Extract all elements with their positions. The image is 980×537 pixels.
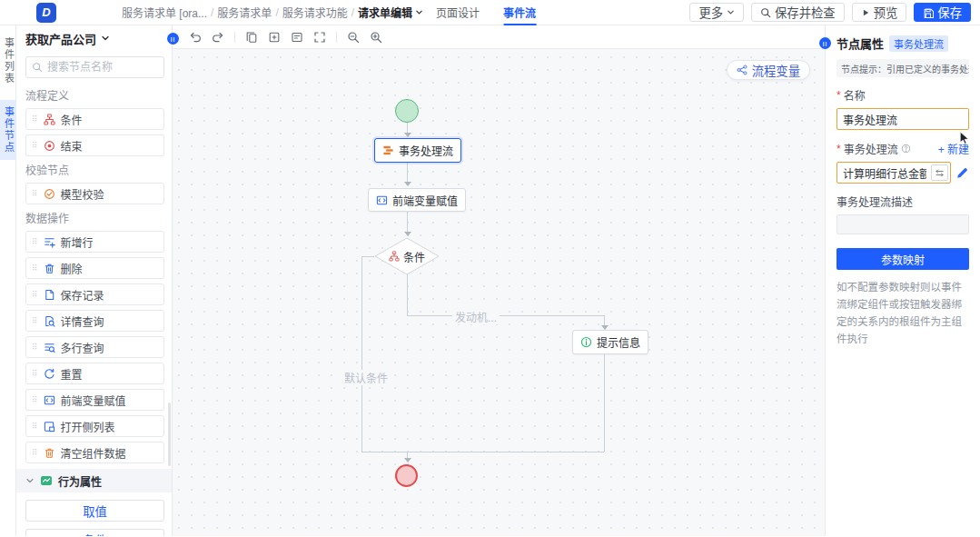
breadcrumb-current[interactable]: 请求单编辑 (358, 5, 423, 20)
undo-icon[interactable] (189, 31, 202, 44)
search-icon (760, 7, 771, 18)
edge-arrow (404, 133, 411, 137)
swap-icon (935, 168, 945, 178)
side-list-icon (44, 421, 55, 433)
palette-item-reset[interactable]: ⠿ 重置 (25, 363, 164, 384)
behavior-button-condition[interactable]: 条件 (25, 529, 164, 536)
node-name-input[interactable] (836, 108, 969, 130)
detail-search-icon (44, 315, 55, 327)
play-icon (861, 8, 870, 17)
new-transaction-flow-link[interactable]: + 新建 (938, 141, 969, 156)
top-bar: D 服务请求单 [ora.../ 服务请求单/ 服务请求功能/ 请求单编辑 页面… (0, 0, 980, 25)
flow-description-label: 事务处理流描述 (836, 194, 969, 209)
zoom-out-icon[interactable] (347, 31, 360, 44)
save-button[interactable]: 保存 (914, 3, 971, 22)
behavior-icon (40, 474, 53, 487)
drag-handle-icon: ⠿ (32, 115, 38, 124)
more-button[interactable]: 更多 (689, 3, 744, 22)
node-type-badge: 事务处理流 (889, 35, 948, 52)
drag-handle-icon: ⠿ (32, 291, 38, 299)
save-and-check-button[interactable]: 保存并检查 (751, 3, 845, 22)
preview-button[interactable]: 预览 (852, 3, 907, 22)
tab-event-flow[interactable]: 事件流 (503, 0, 536, 25)
edge (604, 315, 605, 325)
end-node[interactable] (395, 464, 418, 487)
collapse-sidebar-handle[interactable]: || (167, 33, 179, 45)
palette-item-clear-component-data[interactable]: ⠿ 清空组件数据 (25, 442, 164, 463)
node-frontend-variable-assign[interactable]: 前端变量赋值 (368, 188, 466, 212)
swap-flow-button[interactable] (931, 164, 948, 181)
palette-item-model-check[interactable]: ⠿ 模型校验 (25, 183, 164, 204)
redo-icon[interactable] (212, 31, 224, 44)
collapse-panel-handle[interactable]: || (819, 37, 831, 49)
drag-handle-icon: ⠿ (32, 396, 38, 404)
question-icon[interactable] (901, 144, 911, 154)
start-node[interactable] (395, 99, 419, 123)
add-row-icon (44, 236, 55, 248)
node-transaction-flow[interactable]: 事务处理流 (374, 138, 461, 163)
app-logo[interactable]: D (36, 3, 56, 23)
sidebar-title[interactable]: 获取产品公司 (25, 25, 164, 51)
rail-tab-event-list[interactable]: 事件列表 (0, 31, 16, 91)
mode-tabs: 页面设计 事件流 (436, 0, 536, 25)
flow-description-textarea[interactable] (836, 214, 969, 234)
breadcrumb-segment[interactable]: 服务请求功能 (282, 5, 348, 20)
clear-canvas-icon[interactable] (291, 31, 303, 44)
drag-handle-icon: ⠿ (32, 449, 38, 457)
fit-screen-icon[interactable] (313, 31, 326, 44)
save-icon (923, 7, 934, 18)
edge-arrow (404, 232, 411, 236)
breadcrumb-segment[interactable]: 服务请求单 [ora... (122, 5, 207, 20)
palette-item-save-record[interactable]: ⠿ 保存记录 (25, 283, 164, 305)
node-info-message[interactable]: 提示信息 (572, 330, 648, 354)
toolbar-divider (234, 32, 235, 43)
behavior-button-get-value[interactable]: 取值 (25, 500, 164, 522)
edge (361, 256, 362, 452)
node-search-box (25, 56, 164, 78)
chevron-down-icon (727, 8, 735, 16)
topbar-actions: 更多 保存并检查 预览 保存 (689, 3, 971, 22)
palette-item-add-row[interactable]: ⠿ 新增行 (25, 231, 164, 253)
canvas-toolbar (173, 25, 825, 49)
node-palette-sidebar: 获取产品公司 流程定义 ⠿ 条件 ⠿ 结束 校验节点 ⠿ 模型校验 数据操作 ⠿ (16, 25, 173, 536)
node-search-input[interactable] (47, 61, 147, 74)
copy-icon[interactable] (245, 31, 258, 44)
sidebar-scrollbar[interactable] (168, 403, 171, 466)
palette-item-detail-query[interactable]: ⠿ 详情查询 (25, 310, 164, 332)
transaction-flow-field-label: 事务处理流 (844, 141, 898, 156)
edge (407, 315, 604, 316)
edge-arrow (404, 458, 411, 462)
trash-icon (44, 263, 55, 274)
edge (407, 212, 408, 232)
edge-label-default: 默认条件 (342, 370, 391, 385)
palette-item-multi-row-query[interactable]: ⠿ 多行查询 (25, 336, 164, 358)
chevron-down-icon (415, 8, 423, 16)
tab-page-design[interactable]: 页面设计 (436, 0, 480, 25)
edit-flow-button[interactable] (955, 166, 969, 180)
breadcrumb: 服务请求单 [ora.../ 服务请求单/ 服务请求功能/ 请求单编辑 (122, 5, 423, 20)
search-icon (32, 62, 43, 73)
flow-variables-button[interactable]: 流程变量 (727, 60, 810, 80)
duplicate-icon[interactable] (268, 31, 281, 44)
behavior-section-header[interactable]: 行为属性 (16, 469, 172, 492)
toolbar-divider (336, 32, 337, 43)
palette-item-open-side-list[interactable]: ⠿ 打开侧列表 (25, 415, 164, 437)
palette-item-condition[interactable]: ⠿ 条件 (25, 108, 164, 130)
palette-item-frontend-variable[interactable]: ⠿ 前端变量赋值 (25, 389, 164, 411)
multi-row-search-icon (44, 342, 55, 353)
rail-tab-event-nodes[interactable]: 事件节点 (0, 100, 16, 160)
flow-canvas[interactable]: || 流程变量 发动机... 默认条件 事务处理流 (173, 25, 825, 536)
drag-handle-icon: ⠿ (32, 317, 38, 325)
breadcrumb-segment[interactable]: 服务请求单 (217, 5, 272, 20)
palette-item-delete[interactable]: ⠿ 删除 (25, 257, 164, 279)
drag-handle-icon: ⠿ (32, 423, 38, 431)
drag-handle-icon: ⠿ (32, 370, 38, 378)
zoom-in-icon[interactable] (370, 31, 382, 44)
drag-handle-icon: ⠿ (32, 343, 38, 352)
parameter-mapping-button[interactable]: 参数映射 (836, 248, 969, 270)
clear-data-icon (44, 447, 55, 459)
node-hint-bar[interactable]: 节点提示：引用已定义的事务处理 (836, 59, 969, 77)
palette-item-end[interactable]: ⠿ 结束 (25, 134, 164, 156)
node-condition[interactable]: 条件 (374, 237, 440, 275)
edge (361, 452, 604, 452)
